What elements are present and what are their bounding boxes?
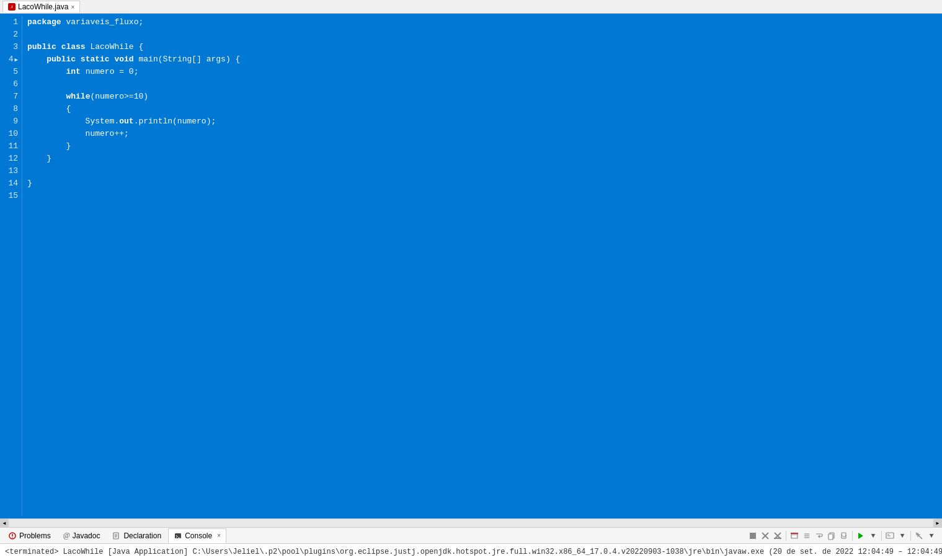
- line-number: 7: [4, 91, 18, 103]
- code-line: }: [27, 177, 937, 190]
- panel-tabs: Problems @ Javadoc Declaration Console: [0, 528, 942, 544]
- line-number: 14: [4, 177, 18, 190]
- svg-rect-14: [774, 538, 781, 539]
- svg-point-2: [12, 537, 13, 538]
- code-line: [27, 165, 937, 177]
- code-line: }: [27, 140, 937, 153]
- scroll-lock-button[interactable]: [801, 530, 812, 541]
- line-number: 6: [4, 78, 18, 91]
- scroll-right-arrow[interactable]: ▶: [933, 519, 942, 528]
- toolbar-separator-1: [786, 531, 786, 541]
- line-number: 10: [4, 128, 18, 140]
- javadoc-icon: @: [63, 531, 70, 540]
- word-wrap-button[interactable]: [814, 530, 825, 541]
- remove-launch-button[interactable]: [772, 530, 783, 541]
- svg-marker-24: [858, 533, 863, 539]
- code-line: [27, 29, 937, 41]
- svg-line-28: [916, 533, 922, 539]
- line-number: 1: [4, 16, 18, 29]
- line-number: 2: [4, 29, 18, 41]
- java-file-icon: J: [8, 3, 16, 11]
- open-console-dropdown[interactable]: ▼: [897, 530, 908, 541]
- panel-tabs-wrapper: Problems @ Javadoc Declaration Console: [0, 528, 942, 544]
- svg-rect-9: [750, 533, 756, 539]
- line-number: 13: [4, 165, 18, 177]
- tab-problems-label: Problems: [19, 531, 51, 540]
- line-number: 3: [4, 41, 18, 53]
- tab-declaration-label: Declaration: [123, 531, 161, 540]
- editor-tab[interactable]: J LacoWhile.java ×: [2, 1, 80, 12]
- line-number: 9: [4, 115, 18, 128]
- line-numbers: 1234▶56789101112131415: [0, 16, 22, 516]
- line-number: 15: [4, 190, 18, 202]
- tab-close-button[interactable]: ×: [71, 4, 74, 11]
- title-bar: J LacoWhile.java ×: [0, 0, 942, 14]
- view-menu-button[interactable]: ▼: [926, 530, 937, 541]
- console-icon: [174, 531, 182, 540]
- scroll-track[interactable]: [9, 519, 933, 528]
- declaration-icon: [112, 531, 121, 540]
- console-toolbar: ▼ ▼ ▼: [747, 530, 940, 541]
- code-line: int numero = 0;: [27, 66, 937, 78]
- line-number: 11: [4, 140, 18, 153]
- code-lines[interactable]: package variaveis_fluxo; public class La…: [22, 16, 942, 516]
- open-console-button[interactable]: [884, 530, 895, 541]
- tab-console-label: Console: [185, 531, 212, 540]
- tab-javadoc[interactable]: @ Javadoc: [58, 528, 106, 543]
- line-number: 12: [4, 153, 18, 165]
- problems-icon: [8, 531, 17, 540]
- code-line: package variaveis_fluxo;: [27, 16, 937, 29]
- copy-output-button[interactable]: [838, 530, 850, 541]
- code-line: System.out.println(numero);: [27, 115, 937, 128]
- tab-javadoc-label: Javadoc: [73, 531, 100, 540]
- pin-console-button[interactable]: [913, 530, 925, 541]
- line-number: 4▶: [4, 53, 18, 66]
- editor-horizontal-scrollbar[interactable]: ◀ ▶: [0, 518, 942, 527]
- console-output: <terminated> LacoWhile [Java Application…: [0, 544, 942, 560]
- terminate-button[interactable]: [760, 530, 771, 541]
- run-dropdown-button[interactable]: ▼: [868, 530, 879, 541]
- console-close-button[interactable]: ×: [217, 532, 221, 539]
- code-line: [27, 78, 937, 91]
- code-line: while(numero>=10): [27, 91, 937, 103]
- tab-declaration[interactable]: Declaration: [107, 528, 167, 543]
- svg-rect-15: [791, 533, 798, 538]
- stop-button[interactable]: [747, 530, 758, 541]
- clear-console-button[interactable]: [789, 530, 800, 541]
- toolbar-separator-2: [852, 531, 853, 541]
- run-button[interactable]: [855, 530, 866, 541]
- line-number: 8: [4, 103, 18, 115]
- code-line: }: [27, 153, 937, 165]
- bottom-panel: Problems @ Javadoc Declaration Console: [0, 527, 942, 560]
- code-line: public class LacoWhile {: [27, 41, 937, 53]
- code-content: 1234▶56789101112131415 package variaveis…: [0, 14, 942, 518]
- code-line: {: [27, 103, 937, 115]
- code-line: public static void main(String[] args) {: [27, 53, 937, 66]
- toolbar-separator-3: [881, 531, 882, 541]
- scroll-left-arrow[interactable]: ◀: [0, 519, 9, 528]
- svg-rect-22: [829, 534, 833, 540]
- copy-to-clipboard-button[interactable]: [826, 530, 837, 541]
- toolbar-separator-4: [910, 531, 911, 541]
- tab-problems[interactable]: Problems: [2, 528, 56, 543]
- line-number: 5: [4, 66, 18, 78]
- code-line: numero++;: [27, 128, 937, 140]
- tab-console[interactable]: Console ×: [168, 528, 226, 543]
- tab-label: LacoWhile.java: [18, 2, 68, 11]
- editor-area[interactable]: 1234▶56789101112131415 package variaveis…: [0, 14, 942, 527]
- code-line: [27, 190, 937, 202]
